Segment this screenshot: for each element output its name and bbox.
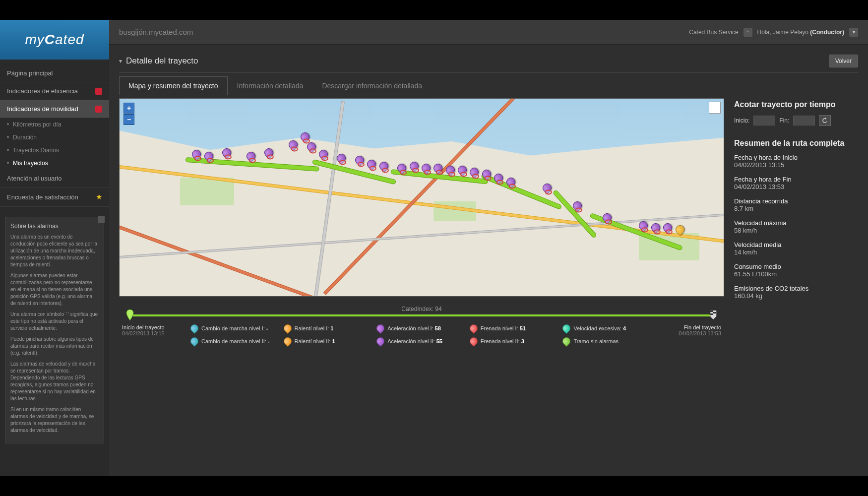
zoom-in-button[interactable]: + [124,103,134,114]
pin-icon [375,323,386,334]
section-header: ▾ Detalle del trayecto Volver [119,50,858,73]
nav-mobility[interactable]: Indicadores de movilidad [0,100,109,118]
legend-idle-2[interactable]: Ralentí nivel II: 1 [284,337,374,345]
nav-efficiency-label: Indicadores de eficiencia [7,87,78,95]
alarm-info-panel: Sobre las alarmas Una alarma es un event… [5,217,104,443]
logo-text: myCated [25,32,84,48]
topbar-service: Cated Bus Service [689,29,738,36]
nav-mobility-label: Indicadores de movilidad [7,105,78,113]
timeline-handle-end[interactable] [709,310,717,320]
filter-to-label: Fin: [779,117,789,124]
app-logo: myCated [0,20,109,60]
legend: Inicio del trayecto 04/02/2013 13:15 Cam… [119,324,724,345]
legend-speed[interactable]: Velocidad excesiva: 4 [562,324,653,332]
nav-efficiency[interactable]: Indicadores de eficiencia [0,82,109,100]
summary-row: Fecha y hora de Inicio04/02/2013 13:15 [734,154,858,169]
pin-icon [561,336,572,347]
topbar-greeting: Hola, Jaime Pelayo (Conductor) [757,29,844,36]
pin-icon [189,323,200,334]
chevron-down-icon[interactable]: ▾ [119,58,122,64]
map[interactable]: + − [119,98,724,297]
legend-idle-1[interactable]: Ralentí nivel I: 1 [284,324,374,332]
user-menu-button[interactable]: ▾ [849,28,858,37]
nav-survey-label: Encuesta de satisfacción [7,193,78,201]
pin-icon [282,323,293,334]
alert-badge-icon [95,88,102,95]
tabs: Mapa y resumen del trayecto Información … [119,76,858,95]
timeline-handle-start[interactable] [126,310,134,320]
pin-icon [375,336,386,347]
summary-row: Consumo medio61.55 L/100km [734,263,858,278]
info-panel-handle-icon[interactable] [98,216,105,223]
filter-title: Acotar trayecto por tiempo [734,100,858,109]
info-panel-title: Sobre las alarmas [10,222,99,231]
back-button[interactable]: Volver [829,55,858,67]
service-menu-button[interactable]: ≡ [744,28,752,37]
nav-sub-daily-trips[interactable]: Trayectos Diarios [0,144,109,157]
alert-badge-icon [95,106,102,113]
legend-gear-2[interactable]: Cambio de marcha nivel II: - [190,337,281,345]
nav: Página principal Indicadores de eficienc… [0,60,109,207]
topbar: busgijón.mycated.com Cated Bus Service ≡… [109,20,868,45]
pin-icon [468,323,479,334]
legend-accel-2[interactable]: Aceleración nivel II: 55 [376,337,467,345]
info-p: Puede pinchar sobre algunos tipos de ala… [10,336,99,357]
topbar-url: busgijón.mycated.com [119,28,193,36]
legend-brake-2[interactable]: Frenada nivel II: 3 [470,337,560,345]
nav-sub-km[interactable]: Kilómetros por día [0,118,109,131]
summary-title: Resumen de la ruta completa [734,139,858,148]
map-layers-button[interactable] [709,102,721,114]
legend-accel-1[interactable]: Aceleración nivel I: 58 [376,324,467,332]
tab-download[interactable]: Descargar información detallada [312,76,432,95]
filter-apply-button[interactable] [819,115,831,126]
pin-icon [468,336,479,347]
map-zoom-controls: + − [124,103,134,125]
summary-row: Emisiones de CO2 totales160.04 kg [734,285,858,300]
nav-survey[interactable]: Encuesta de satisfacción ★ [0,187,109,207]
legend-gear-1[interactable]: Cambio de marcha nivel I: - [190,324,281,332]
nav-sub-my-trips[interactable]: Mis trayectos [0,157,109,170]
star-icon: ★ [96,192,102,201]
legend-no-alarm[interactable]: Tramo sin alarmas [562,337,653,345]
info-p: Una alarma con símbolo '·' significa que… [10,311,99,332]
trip-end-block: Fin del trayecto 04/02/2013 13:53 [657,324,721,336]
cated-index-label: CatedIndex: 94 [129,306,714,312]
info-p: Algunas alarmas pueden estar contabiliza… [10,272,99,307]
sidebar: myCated Página principal Indicadores de … [0,20,109,476]
tab-map-summary[interactable]: Mapa y resumen del trayecto [119,76,228,95]
filter-from-input[interactable] [753,116,775,125]
pin-icon [561,323,572,334]
info-p: Las alarmas de velocidad y de marcha se … [10,361,99,402]
filter-to-input[interactable] [793,116,815,125]
pin-icon [282,336,293,347]
nav-support[interactable]: Atención al usuario [0,170,109,187]
pin-icon [189,336,200,347]
trip-start-block: Inicio del trayecto 04/02/2013 13:15 [122,324,186,336]
timeline: CatedIndex: 94 [129,306,714,316]
filter-from-label: Inicio: [734,117,749,124]
nav-sub-duration[interactable]: Duración [0,131,109,144]
info-p: Si en un mismo tramo coinciden alarmas d… [10,406,99,434]
summary-panel: Acotar trayecto por tiempo Inicio: Fin: … [734,98,858,476]
summary-row: Fecha y hora de Fin04/02/2013 13:53 [734,176,858,190]
nav-main[interactable]: Página principal [0,64,109,82]
summary-row: Distancia recorrida8.7 km [734,197,858,212]
tab-detail[interactable]: Información detallada [228,76,313,95]
timeline-track[interactable] [129,314,714,316]
section-title: Detalle del trayecto [126,56,198,66]
refresh-icon [821,117,828,124]
main: busgijón.mycated.com Cated Bus Service ≡… [109,20,868,476]
summary-row: Velocidad media14 km/h [734,241,858,256]
legend-brake-1[interactable]: Frenada nivel I: 51 [470,324,560,332]
info-p: Una alarma es un evento de conducción po… [10,234,99,268]
zoom-out-button[interactable]: − [124,114,134,125]
summary-row: Velocidad máxima58 km/h [734,219,858,234]
